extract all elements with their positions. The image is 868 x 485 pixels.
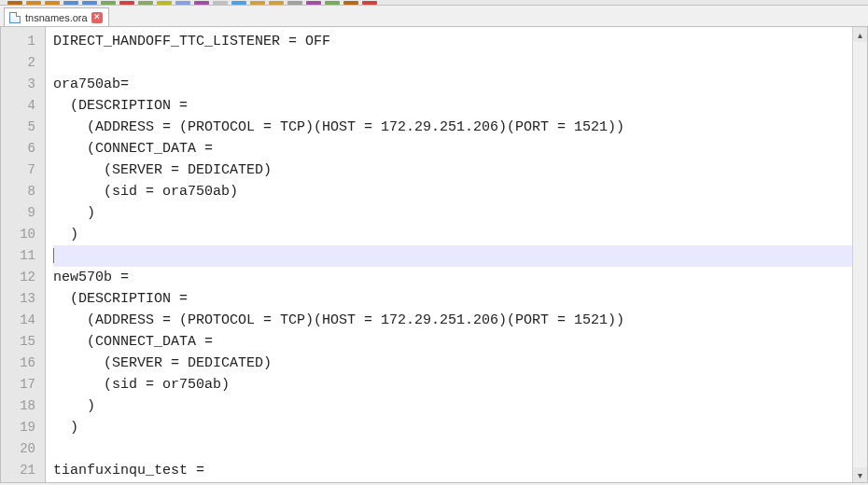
line-number: 18 [1, 395, 45, 417]
toolbar-button[interactable] [119, 1, 134, 5]
code-line[interactable]: ora750ab= [53, 74, 852, 95]
toolbar-button[interactable] [213, 1, 228, 5]
line-number: 9 [1, 202, 45, 224]
code-line[interactable]: ) [53, 224, 852, 245]
line-number: 14 [1, 310, 45, 331]
toolbar-button[interactable] [157, 1, 172, 5]
code-line[interactable] [53, 52, 852, 74]
line-number-gutter: 123456789101112131415161718192021 [1, 27, 46, 482]
toolbar-button[interactable] [26, 1, 41, 5]
code-line[interactable]: ) [53, 417, 852, 438]
toolbar-button[interactable] [63, 1, 78, 5]
toolbar-button[interactable] [101, 1, 116, 5]
line-number: 8 [1, 181, 45, 202]
line-number: 2 [1, 52, 45, 74]
code-line[interactable]: (SERVER = DEDICATED) [53, 159, 852, 181]
code-line[interactable]: (DESCRIPTION = [53, 95, 852, 117]
code-line[interactable] [53, 245, 852, 267]
code-line[interactable] [53, 438, 852, 460]
line-number: 4 [1, 95, 45, 117]
code-line[interactable]: (SERVER = DEDICATED) [53, 353, 852, 374]
toolbar-button[interactable] [175, 1, 190, 5]
code-line[interactable]: (ADDRESS = (PROTOCOL = TCP)(HOST = 172.2… [53, 310, 852, 331]
scroll-down-button[interactable]: ▾ [853, 467, 867, 482]
line-number: 7 [1, 159, 45, 181]
line-number: 1 [1, 31, 45, 52]
line-number: 20 [1, 438, 45, 460]
toolbar-button[interactable] [306, 1, 321, 5]
line-number: 13 [1, 288, 45, 310]
code-line[interactable]: new570b = [53, 267, 852, 288]
line-number: 19 [1, 417, 45, 438]
toolbar-button[interactable] [287, 1, 302, 5]
code-line[interactable]: ) [53, 202, 852, 224]
toolbar-button[interactable] [343, 1, 358, 5]
tab-label: tnsnames.ora [25, 12, 88, 23]
code-line[interactable]: (CONNECT_DATA = [53, 331, 852, 353]
code-line[interactable]: DIRECT_HANDOFF_TTC_LISTENER = OFF [53, 31, 852, 52]
file-icon [8, 11, 21, 24]
line-number: 5 [1, 117, 45, 138]
toolbar-button[interactable] [194, 1, 209, 5]
vertical-scrollbar[interactable]: ▴ ▾ [852, 27, 867, 482]
toolbar-button[interactable] [7, 1, 22, 5]
tab-tnsnames[interactable]: tnsnames.ora ✕ [4, 7, 109, 26]
line-number: 10 [1, 224, 45, 245]
line-number: 6 [1, 138, 45, 159]
editor: 123456789101112131415161718192021 DIRECT… [0, 26, 868, 483]
toolbar-button[interactable] [325, 1, 340, 5]
line-number: 17 [1, 374, 45, 395]
code-area[interactable]: DIRECT_HANDOFF_TTC_LISTENER = OFFora750a… [46, 27, 852, 482]
line-number: 11 [1, 245, 45, 267]
line-number: 15 [1, 331, 45, 353]
close-icon[interactable]: ✕ [91, 12, 103, 23]
tab-bar: tnsnames.ora ✕ [0, 6, 868, 26]
code-line[interactable]: (CONNECT_DATA = [53, 138, 852, 159]
line-number: 21 [1, 460, 45, 481]
toolbar-button[interactable] [269, 1, 284, 5]
code-line[interactable]: (sid = or750ab) [53, 374, 852, 395]
toolbar-button[interactable] [138, 1, 153, 5]
code-line[interactable]: ) [53, 395, 852, 417]
scroll-up-button[interactable]: ▴ [853, 27, 867, 42]
toolbar-button[interactable] [45, 1, 60, 5]
text-cursor [53, 248, 54, 263]
line-number: 3 [1, 74, 45, 95]
toolbar-button[interactable] [362, 1, 377, 5]
code-line[interactable]: tianfuxinqu_test = [53, 460, 852, 481]
toolbar-button[interactable] [231, 1, 246, 5]
line-number: 16 [1, 353, 45, 374]
code-line[interactable]: (sid = ora750ab) [53, 181, 852, 202]
toolbar-button[interactable] [250, 1, 265, 5]
line-number: 12 [1, 267, 45, 288]
toolbar-button[interactable] [82, 1, 97, 5]
code-line[interactable]: (ADDRESS = (PROTOCOL = TCP)(HOST = 172.2… [53, 117, 852, 138]
code-line[interactable]: (DESCRIPTION = [53, 288, 852, 310]
